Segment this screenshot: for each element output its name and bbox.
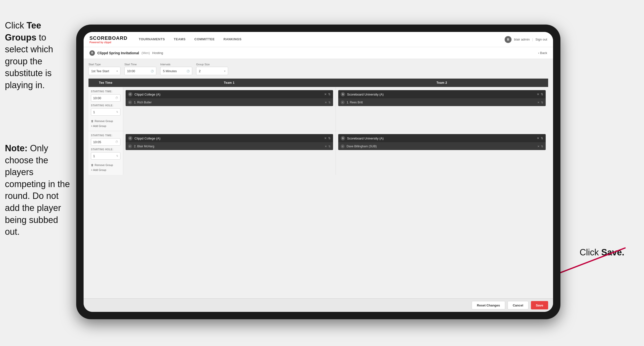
cancel-button[interactable]: Cancel <box>508 301 528 310</box>
tee-time-cell-1: STARTING TIME: 10:00 ⏱ STARTING HOLE: 1 … <box>88 87 123 131</box>
nav-user: B blair admin | Sign out <box>505 36 547 43</box>
team2-cell-1: S Scoreboard University (A) ✕ ⇅ P 1. Ree… <box>336 87 548 131</box>
reset-changes-button[interactable]: Reset Changes <box>472 301 505 310</box>
player-expand-icon-1-1[interactable]: ⇅ <box>328 101 330 104</box>
player-close-icon-2-2[interactable]: ✕ <box>537 145 540 148</box>
start-time-field: Start Time 10:00 🕐 <box>124 63 156 75</box>
starting-time-label-1: STARTING TIME: <box>91 90 120 93</box>
clock-icon-3: ⏱ <box>115 96 118 100</box>
nav-teams[interactable]: TEAMS <box>169 32 190 47</box>
trash-icon: 🗑 <box>91 120 94 123</box>
settings-row: Start Type 1st Tee Start ▾ Start Time 10… <box>88 63 548 75</box>
intervals-input[interactable]: 5 Minutes 🕐 <box>160 67 192 75</box>
chevron-down-icon: ▾ <box>116 70 118 72</box>
team1-entry-header-2: C Clippd College (A) ✕ ⇅ <box>126 134 333 142</box>
starting-hole-label-1: STARTING HOLE: <box>91 104 120 107</box>
sub-header-left: B Clippd Spring Invitational (Men) Hosti… <box>90 50 163 56</box>
player-expand-icon-1-2[interactable]: ⇅ <box>328 145 330 148</box>
team2-expand-icon-1[interactable]: ⇅ <box>541 93 543 96</box>
event-badge: B <box>90 50 95 56</box>
start-type-label: Start Type <box>88 63 120 66</box>
player-name-1-1: 1. Rich Butler <box>134 101 323 104</box>
player-close-icon-2-1[interactable]: ✕ <box>537 101 540 104</box>
starting-time-input-1[interactable]: 10:00 ⏱ <box>91 94 120 102</box>
player-badge-1-2: P <box>128 144 132 148</box>
tablet-frame: SCOREBOARD Powered by clippd TOURNAMENTS… <box>76 24 560 319</box>
starting-time-label-2: STARTING TIME: <box>91 134 120 137</box>
team1-expand-icon-2[interactable]: ⇅ <box>328 137 330 140</box>
top-nav: SCOREBOARD Powered by clippd TOURNAMENTS… <box>84 32 553 47</box>
team2-entry-header-1: S Scoreboard University (A) ✕ ⇅ <box>338 90 546 98</box>
tee-group-row: STARTING TIME: 10:00 ⏱ STARTING HOLE: 1 … <box>88 87 548 131</box>
group-size-input[interactable]: 2 ▾ <box>196 67 228 75</box>
nav-tournaments[interactable]: TOURNAMENTS <box>134 32 169 47</box>
player-close-icon-1-1[interactable]: ✕ <box>325 101 327 104</box>
team1-expand-icon-1[interactable]: ⇅ <box>328 93 330 96</box>
remove-group-label-2: Remove Group <box>95 164 113 166</box>
team2-name-2: Scoreboard University (A) <box>347 137 535 140</box>
player-name-2-2: Dave Billingham (SUB) <box>346 145 535 148</box>
sub-header: B Clippd Spring Invitational (Men) Hosti… <box>84 47 553 59</box>
tablet-screen: SCOREBOARD Powered by clippd TOURNAMENTS… <box>84 32 553 312</box>
team2-close-icon-1[interactable]: ✕ <box>537 93 539 96</box>
starting-hole-input-1[interactable]: 1 ⇅ <box>91 108 120 116</box>
tee-actions-1: 🗑 Remove Group + Add Group <box>91 119 120 128</box>
start-type-input[interactable]: 1st Tee Start ▾ <box>88 67 120 75</box>
team2-controls-2: ✕ ⇅ <box>537 137 543 140</box>
sign-out-link[interactable]: Sign out <box>535 37 547 41</box>
tee-table-header: Tee Time Team 1 Team 2 <box>88 79 548 87</box>
team1-entry-1: C Clippd College (A) ✕ ⇅ P 1. Rich Butle… <box>126 90 333 106</box>
team2-badge-1: S <box>341 92 345 96</box>
player-entry-1-1: P 1. Rich Butler ✕ ⇅ <box>126 98 333 106</box>
remove-group-label-1: Remove Group <box>95 120 113 123</box>
nav-rankings[interactable]: RANKINGS <box>219 32 246 47</box>
starting-time-input-2[interactable]: 10:05 ⏱ <box>91 138 120 146</box>
bottom-bar: Reset Changes Cancel Save <box>84 298 553 312</box>
add-group-button-1[interactable]: + Add Group <box>91 124 120 128</box>
start-time-value: 10:00 <box>127 69 135 73</box>
clock-icon-2: 🕐 <box>186 70 190 72</box>
starting-hole-input-2[interactable]: 1 ⇅ <box>91 152 120 160</box>
team2-controls-1: ✕ ⇅ <box>537 93 543 96</box>
player-entry-2-2: D Dave Billingham (SUB) ✕ ⇅ <box>338 142 546 150</box>
team1-header: Team 1 <box>123 79 336 87</box>
player-entry-2-1: P 1. Rees Britt ✕ ⇅ <box>338 98 546 106</box>
team1-close-icon-2[interactable]: ✕ <box>324 137 327 140</box>
team1-entry-header-1: C Clippd College (A) ✕ ⇅ <box>126 90 333 98</box>
remove-group-button-2[interactable]: 🗑 Remove Group <box>91 163 120 167</box>
remove-group-button-1[interactable]: 🗑 Remove Group <box>91 119 120 123</box>
team2-close-icon-2[interactable]: ✕ <box>537 137 539 140</box>
group-size-label: Group Size <box>196 63 228 66</box>
player-expand-icon-2-1[interactable]: ⇅ <box>541 101 543 104</box>
team2-header: Team 2 <box>336 79 548 87</box>
event-gender: (Men) <box>142 51 150 55</box>
intervals-value: 5 Minutes <box>163 69 177 73</box>
team2-expand-icon-2[interactable]: ⇅ <box>541 137 543 140</box>
player-close-icon-1-2[interactable]: ✕ <box>325 145 327 148</box>
starting-hole-label-2: STARTING HOLE: <box>91 148 120 151</box>
trash-icon-2: 🗑 <box>91 164 94 166</box>
player-controls-2-1: ✕ ⇅ <box>537 101 543 104</box>
player-expand-icon-2-2[interactable]: ⇅ <box>541 145 543 148</box>
team2-entry-header-2: S Scoreboard University (A) ✕ ⇅ <box>338 134 546 142</box>
team1-cell-2: C Clippd College (A) ✕ ⇅ P 2. Blair McHa… <box>123 131 336 175</box>
logo-area: SCOREBOARD Powered by clippd <box>90 35 127 44</box>
start-time-input[interactable]: 10:00 🕐 <box>124 67 156 75</box>
back-button[interactable]: ‹ Back <box>538 51 547 55</box>
instruction-right: Click Save. <box>580 247 624 258</box>
save-button[interactable]: Save <box>531 301 548 310</box>
nav-committee[interactable]: COMMITTEE <box>190 32 219 47</box>
team1-close-icon-1[interactable]: ✕ <box>324 93 327 96</box>
team1-badge-1: C <box>128 92 132 96</box>
player-controls-2-2: ✕ ⇅ <box>537 145 543 148</box>
team2-entry-1: S Scoreboard University (A) ✕ ⇅ P 1. Ree… <box>338 90 546 106</box>
group-size-field: Group Size 2 ▾ <box>196 63 228 75</box>
add-group-button-2[interactable]: + Add Group <box>91 168 120 172</box>
team2-name-1: Scoreboard University (A) <box>347 93 535 96</box>
tee-time-cell-2: STARTING TIME: 10:05 ⏱ STARTING HOLE: 1 … <box>88 131 123 175</box>
starting-time-value-1: 10:00 <box>93 96 101 100</box>
team1-cell-1: C Clippd College (A) ✕ ⇅ P 1. Rich Butle… <box>123 87 336 131</box>
chevron-updown-icon-1: ⇅ <box>116 111 118 113</box>
main-content[interactable]: Start Type 1st Tee Start ▾ Start Time 10… <box>84 59 553 298</box>
player-controls-1-2: ✕ ⇅ <box>325 145 330 148</box>
